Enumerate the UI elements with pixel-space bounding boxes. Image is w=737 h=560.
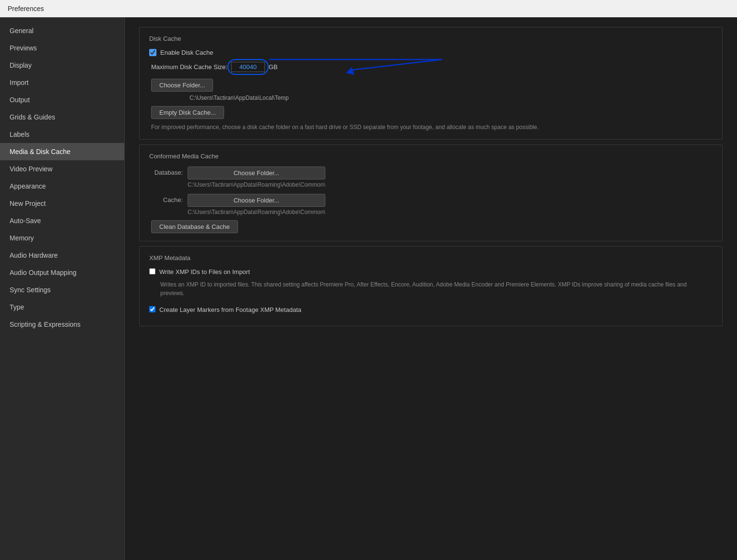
write-xmp-description: Writes an XMP ID to imported files. This… — [160, 280, 713, 298]
max-size-container: Maximum Disk Cache Size: GB — [149, 62, 713, 72]
title-bar: Preferences — [0, 0, 737, 17]
sidebar-item-video-preview[interactable]: Video Preview — [0, 160, 124, 178]
create-layer-markers-label[interactable]: Create Layer Markers from Footage XMP Me… — [159, 306, 301, 313]
cache-path: C:\Users\Tactiran\AppData\Roaming\Adobe\… — [188, 209, 325, 215]
clean-database-cache-button[interactable]: Clean Database & Cache — [151, 220, 238, 233]
xmp-metadata-section: XMP Metadata Write XMP IDs to Files on I… — [139, 246, 723, 326]
cache-content: Choose Folder... C:\Users\Tactiran\AppDa… — [188, 194, 325, 215]
database-choose-folder-button[interactable]: Choose Folder... — [188, 167, 325, 179]
sidebar-item-audio-output-mapping[interactable]: Audio Output Mapping — [0, 264, 124, 281]
sidebar-item-appearance[interactable]: Appearance — [0, 178, 124, 195]
sidebar-item-import[interactable]: Import — [0, 74, 124, 91]
database-path: C:\Users\Tactiran\AppData\Roaming\Adobe\… — [188, 181, 325, 188]
sidebar-item-type[interactable]: Type — [0, 298, 124, 316]
create-layer-markers-checkbox[interactable] — [149, 306, 155, 312]
cache-label: Cache: — [149, 194, 188, 203]
database-row: Database: Choose Folder... C:\Users\Tact… — [149, 167, 713, 188]
create-layer-markers-row: Create Layer Markers from Footage XMP Me… — [149, 306, 713, 313]
sidebar-item-sync-settings[interactable]: Sync Settings — [0, 281, 124, 298]
write-xmp-checkbox[interactable] — [149, 268, 155, 274]
empty-disk-cache-button[interactable]: Empty Disk Cache... — [151, 106, 224, 119]
max-size-input[interactable] — [231, 62, 265, 72]
write-xmp-label[interactable]: Write XMP IDs to Files on Import — [159, 268, 250, 275]
clean-button-row: Clean Database & Cache — [149, 220, 713, 233]
sidebar-item-new-project[interactable]: New Project — [0, 195, 124, 212]
xmp-metadata-title: XMP Metadata — [149, 254, 713, 262]
sidebar-item-scripting-expressions[interactable]: Scripting & Expressions — [0, 316, 124, 333]
sidebar-item-auto-save[interactable]: Auto-Save — [0, 212, 124, 229]
sidebar-item-previews[interactable]: Previews — [0, 39, 124, 57]
disk-cache-folder-path: C:\Users\Tactiran\AppData\Local\Temp — [190, 95, 713, 101]
cache-row: Cache: Choose Folder... C:\Users\Tactira… — [149, 194, 713, 215]
sidebar-item-audio-hardware[interactable]: Audio Hardware — [0, 247, 124, 264]
sidebar: General Previews Display Import Output G… — [0, 17, 125, 560]
max-size-label: Maximum Disk Cache Size: — [151, 63, 227, 71]
conformed-media-cache-section: Conformed Media Cache Database: Choose F… — [139, 144, 723, 241]
conformed-media-cache-title: Conformed Media Cache — [149, 153, 713, 160]
main-container: General Previews Display Import Output G… — [0, 17, 737, 560]
title-bar-label: Preferences — [8, 5, 44, 12]
write-xmp-row: Write XMP IDs to Files on Import — [149, 268, 713, 275]
empty-disk-cache-row: Empty Disk Cache... — [149, 106, 713, 119]
disk-cache-title: Disk Cache — [149, 35, 713, 42]
sidebar-item-grids-guides[interactable]: Grids & Guides — [0, 108, 124, 126]
enable-disk-cache-checkbox[interactable] — [149, 49, 156, 56]
perf-note: For improved performance, choose a disk … — [149, 123, 713, 131]
max-size-input-highlight — [231, 62, 265, 72]
disk-cache-section: Disk Cache Enable Disk Cache Maximum Dis… — [139, 27, 723, 140]
content-area: Disk Cache Enable Disk Cache Maximum Dis… — [125, 17, 737, 560]
sidebar-item-media-disk-cache[interactable]: Media & Disk Cache — [0, 143, 124, 160]
database-label: Database: — [149, 167, 188, 176]
sidebar-item-labels[interactable]: Labels — [0, 126, 124, 143]
database-content: Choose Folder... C:\Users\Tactiran\AppDa… — [188, 167, 325, 188]
max-size-row: Maximum Disk Cache Size: GB — [149, 62, 713, 72]
enable-disk-cache-row: Enable Disk Cache — [149, 49, 713, 56]
sidebar-item-display[interactable]: Display — [0, 57, 124, 74]
sidebar-item-memory[interactable]: Memory — [0, 229, 124, 247]
choose-folder-row: Choose Folder... — [149, 79, 713, 92]
choose-folder-button[interactable]: Choose Folder... — [151, 79, 213, 92]
sidebar-item-general[interactable]: General — [0, 22, 124, 39]
enable-disk-cache-label[interactable]: Enable Disk Cache — [160, 49, 214, 56]
sidebar-item-output[interactable]: Output — [0, 91, 124, 108]
cache-choose-folder-button[interactable]: Choose Folder... — [188, 194, 325, 207]
max-size-unit: GB — [269, 63, 278, 71]
